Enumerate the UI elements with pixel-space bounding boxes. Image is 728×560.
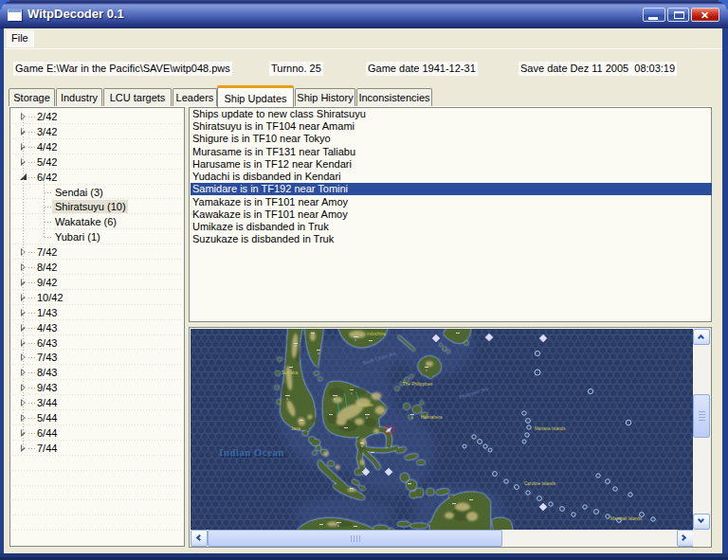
svg-text:Caroline Islands: Caroline Islands bbox=[524, 481, 556, 486]
svg-text:Halmahera: Halmahera bbox=[421, 415, 443, 420]
svg-text:Borneo: Borneo bbox=[357, 402, 373, 407]
svg-text:The Philippines: The Philippines bbox=[403, 382, 433, 387]
svg-text:Java: Java bbox=[291, 426, 300, 431]
svg-text:Sumatra: Sumatra bbox=[282, 370, 299, 375]
svg-text:Marshall Islands: Marshall Islands bbox=[610, 516, 643, 521]
svg-text:Indian Ocean: Indian Ocean bbox=[219, 446, 284, 458]
svg-text:Indochina: Indochina bbox=[367, 332, 386, 336]
svg-text:Mariana Islands: Mariana Islands bbox=[535, 426, 566, 431]
